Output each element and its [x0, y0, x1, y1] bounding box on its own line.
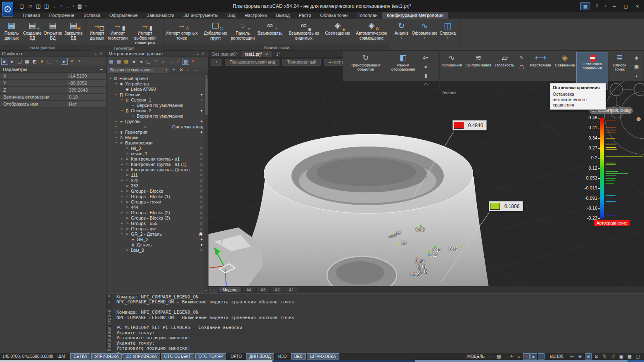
- tree-item[interactable]: ▾ GR_2 - Деталь: [107, 231, 208, 237]
- status-view-icon[interactable]: ⊕: [577, 353, 583, 360]
- ribbon-button[interactable]: Взаимосвязь из видимых: [287, 19, 321, 45]
- analysis-tool-icon[interactable]: ▮: [420, 71, 431, 80]
- qat-icon[interactable]: ▾: [72, 2, 75, 10]
- tree-item[interactable]: ▸ Группы: [107, 118, 208, 124]
- tree-expander-icon[interactable]: ▾: [114, 82, 118, 85]
- analysis-button[interactable]: Полилиния: [440, 52, 463, 90]
- ribbon-button[interactable]: Совмещение: [321, 19, 355, 45]
- scroll-up-icon[interactable]: ▲: [205, 74, 207, 78]
- tree-item[interactable]: ▸ Groups - Blocks (1): [107, 194, 208, 199]
- pin-icon[interactable]: [108, 299, 111, 304]
- layout-tab[interactable]: A1: [285, 287, 298, 293]
- properties-toolbar-icon[interactable]: ►: [9, 58, 16, 65]
- parameter-value[interactable]: 0.18: [66, 94, 106, 100]
- properties-toolbar-icon[interactable]: ▼: [38, 58, 45, 65]
- ribbon-tab[interactable]: Облака точек: [316, 12, 353, 19]
- tree-expander-icon[interactable]: ▸: [120, 168, 124, 171]
- tree-expander-icon[interactable]: ▾: [114, 93, 118, 96]
- status-snap-icon[interactable]: ►: [530, 353, 537, 360]
- document-tab[interactable]: Без имени0*: [208, 51, 242, 57]
- tree-item[interactable]: Версия по умолчанию: [107, 113, 208, 118]
- qat-icon[interactable]: ←: [51, 2, 59, 10]
- tree-item[interactable]: ▸ Контрольня группа - a1 (1): [107, 161, 208, 167]
- collapse-icon[interactable]: −: [100, 67, 103, 72]
- ribbon-tab[interactable]: Оформление: [105, 12, 142, 19]
- tree-item[interactable]: ▸ Контрольня группа - Деталь: [107, 167, 208, 172]
- ribbon-tab[interactable]: Вид: [223, 12, 240, 19]
- status-toggle-button[interactable]: ИЗО: [275, 353, 290, 360]
- analysis-button[interactable]: Список точек: [608, 52, 631, 90]
- qat-icon[interactable]: ◫: [35, 2, 42, 10]
- status-view-icon[interactable]: ⊡: [593, 353, 600, 360]
- ribbon-button[interactable]: Открытие БД: [43, 19, 63, 45]
- tree-expander-icon[interactable]: ▸: [120, 222, 124, 225]
- view-control-button[interactable]: Пользовательский вид: [225, 59, 279, 66]
- tree-item[interactable]: ▸ Groups - точки: [107, 199, 208, 204]
- ribbon-tab[interactable]: Вывод: [271, 12, 294, 19]
- tree-item[interactable]: Groups - Blocks (3): [107, 215, 208, 220]
- tree-expander-icon[interactable]: ▾: [108, 77, 113, 80]
- status-toggle-button[interactable]: ОРТО: [227, 353, 245, 360]
- close-icon[interactable]: [200, 52, 206, 56]
- properties-toolbar-icon[interactable]: ▢: [46, 58, 53, 65]
- analysis-button[interactable]: 3D-полилиния: [464, 52, 493, 90]
- tree-item[interactable]: ▾ Новый проект: [107, 76, 208, 81]
- metrology-toolbar-icon[interactable]: ◄: [137, 58, 144, 65]
- metrology-toolbar-icon[interactable]: ✕: [189, 58, 197, 65]
- tree-item[interactable]: rel_3: [107, 145, 208, 151]
- status-snap-icon[interactable]: ⌖: [508, 353, 515, 360]
- tree-item[interactable]: ▾ Сессии: [107, 92, 208, 97]
- tree-item[interactable]: ▾ Устройства: [107, 81, 208, 86]
- properties-toolbar-icon[interactable]: ?: [76, 58, 83, 65]
- status-toggle-button[interactable]: ШТРИХОВКА: [307, 353, 339, 360]
- close-icon[interactable]: [98, 52, 104, 56]
- analysis-button[interactable]: Расстояние: [528, 52, 553, 90]
- tree-expander-icon[interactable]: ▾: [120, 109, 124, 112]
- status-view-icon[interactable]: ⊞: [585, 353, 592, 360]
- metrology-toolbar-icon[interactable]: ▤: [182, 58, 189, 65]
- tree-item[interactable]: Деталь: [107, 242, 208, 247]
- parameter-value[interactable]: -14.5239: [66, 73, 106, 79]
- window-control-icon[interactable]: ?: [592, 2, 602, 10]
- version-action-icon[interactable]: ←: [185, 66, 192, 73]
- status-view-icon[interactable]: ↺: [610, 353, 616, 360]
- tree-expander-icon[interactable]: ▸: [114, 120, 118, 123]
- tree-item[interactable]: ▾ Взаимосвязи: [107, 140, 208, 145]
- qat-icon[interactable]: ▢: [18, 2, 26, 10]
- tree-item[interactable]: GR_2: [107, 237, 208, 242]
- analysis-tool-icon[interactable]: ◠: [420, 80, 431, 90]
- version-action-icon[interactable]: →: [193, 66, 199, 73]
- ribbon-menu-button[interactable]: Справка ▾: [436, 19, 459, 50]
- tree-item[interactable]: 333: [107, 183, 208, 188]
- ribbon-tab[interactable]: Вставка: [79, 12, 105, 19]
- ribbon-button[interactable]: Импорт данных: [87, 19, 107, 45]
- tree-item[interactable]: связь_1: [107, 151, 208, 156]
- pin-icon[interactable]: [195, 52, 200, 56]
- version-action-icon[interactable]: ✕: [178, 66, 185, 73]
- metrology-toolbar-icon[interactable]: ▤: [108, 58, 115, 65]
- ribbon-button[interactable]: Закрытие БД: [63, 19, 84, 45]
- layout-menu-icon[interactable]: ≡: [209, 287, 218, 293]
- document-tab[interactable]: test1.prj*: [242, 51, 272, 57]
- metrology-toolbar-icon[interactable]: ▤: [123, 58, 130, 65]
- status-view-icon[interactable]: ▦: [626, 353, 633, 360]
- app-logo-icon[interactable]: [2, 2, 13, 17]
- analysis-edit-icon[interactable]: ▢: [516, 62, 527, 71]
- tree-item[interactable]: ▾ Сессия_2: [107, 108, 208, 113]
- ribbon-button[interactable]: Импорт геометрии: [107, 19, 128, 45]
- qat-icon[interactable]: ▾: [59, 2, 63, 10]
- ribbon-button[interactable]: Взаимосвязь: [253, 19, 287, 45]
- properties-toolbar-icon[interactable]: ▢: [16, 58, 23, 65]
- layout-tab[interactable]: A4: [242, 287, 256, 293]
- properties-toolbar-icon[interactable]: ►: [61, 58, 68, 65]
- parameter-value[interactable]: 339.2643: [66, 87, 106, 93]
- window-control-icon[interactable]: ─: [609, 2, 619, 10]
- tree-item[interactable]: ▸ Groups - 555: [107, 220, 208, 226]
- tree-item[interactable]: Leica AT960: [107, 86, 208, 92]
- status-toggle-button[interactable]: ОТС-ОБЪЕКТ: [161, 353, 194, 360]
- ribbon-tab[interactable]: Настройки: [240, 12, 272, 19]
- status-toggle-button[interactable]: ДИН-ВВОД: [246, 353, 274, 360]
- analysis-tool-icon[interactable]: ●: [420, 62, 431, 71]
- ribbon-tab[interactable]: Главная: [18, 12, 45, 19]
- tree-item[interactable]: ▸ Геометрия: [107, 129, 208, 135]
